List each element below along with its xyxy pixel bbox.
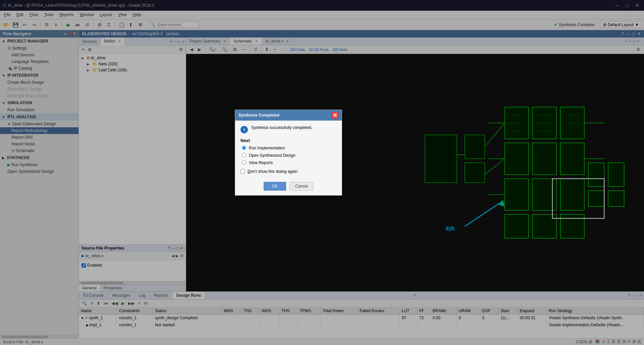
dialog-next-label: Next [240, 138, 336, 143]
radio-run-impl-label: Run Implementation [249, 146, 285, 150]
radio-view-reports-label: View Reports [249, 160, 273, 165]
dialog-info-icon: i [240, 126, 248, 133]
radio-open-synth[interactable] [242, 153, 246, 157]
dialog-options: Run Implementation Open Synthesized Desi… [240, 146, 336, 165]
dialog-dont-show-row: Don't show this dialog again [240, 169, 336, 174]
dont-show-checkbox[interactable] [240, 169, 245, 174]
dont-show-label: Don't show this dialog again [248, 169, 298, 174]
dialog-body: i Synthesis successfully completed. Next… [235, 121, 342, 179]
dialog-option-open-synth[interactable]: Open Synthesized Design [242, 153, 336, 158]
modal-overlay: Synthesis Completed ✕ i Synthesis succes… [0, 0, 644, 345]
dialog-title: Synthesis Completed [238, 113, 279, 118]
dialog-option-view-reports[interactable]: View Reports [242, 160, 336, 165]
dont-show-label-text: on't show this dialog again [251, 169, 298, 174]
dialog-message: Synthesis successfully completed. [251, 125, 312, 130]
radio-open-synth-label: Open Synthesized Design [249, 153, 296, 158]
dialog-footer: OK Cancel [235, 179, 342, 195]
dialog-close-button[interactable]: ✕ [332, 112, 338, 119]
dialog-info-row: i Synthesis successfully completed. [240, 125, 336, 133]
synthesis-completed-dialog: Synthesis Completed ✕ i Synthesis succes… [235, 110, 342, 196]
dialog-cancel-button[interactable]: Cancel [289, 182, 313, 191]
radio-view-reports[interactable] [242, 160, 246, 165]
dialog-title-bar: Synthesis Completed ✕ [235, 110, 342, 121]
radio-run-impl[interactable] [242, 146, 246, 150]
dialog-ok-button[interactable]: OK [264, 182, 286, 191]
dialog-option-run-impl[interactable]: Run Implementation [242, 146, 336, 150]
